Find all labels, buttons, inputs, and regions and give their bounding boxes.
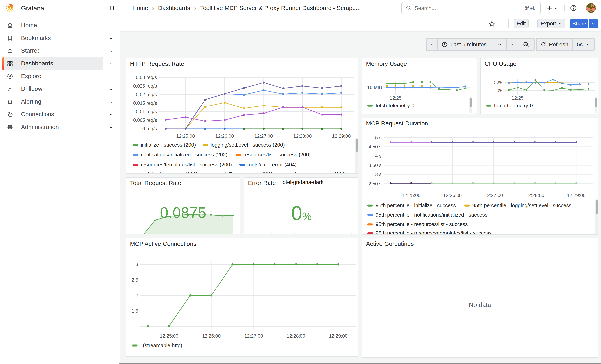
svg-text:12:25:00: 12:25:00: [160, 333, 178, 339]
svg-text:95th percentile - resources/te: 95th percentile - resources/templates/li…: [376, 230, 492, 235]
svg-text:1.5: 1.5: [131, 308, 138, 314]
svg-text:tools/call - error (404): tools/call - error (404): [247, 162, 297, 167]
svg-text:3.50 s: 3.50 s: [369, 163, 381, 168]
svg-text:12:25: 12:25: [511, 95, 523, 100]
svg-text:12:26:00: 12:26:00: [443, 193, 462, 198]
svg-text:12:25:00: 12:25:00: [176, 133, 195, 139]
svg-text:12:29:00: 12:29:00: [329, 333, 347, 339]
svg-text:12:26:00: 12:26:00: [215, 133, 234, 139]
svg-text:2.5: 2.5: [131, 277, 138, 283]
svg-text:16 MiB: 16 MiB: [367, 85, 382, 90]
svg-text:4 s: 4 s: [375, 153, 381, 158]
svg-text:0 req/s: 0 req/s: [142, 126, 157, 131]
svg-text:5 s: 5 s: [375, 135, 381, 140]
svg-text:1: 1: [136, 324, 138, 329]
svg-text:initialize - success (200): initialize - success (200): [141, 142, 196, 148]
svg-text:3 s: 3 s: [375, 172, 381, 177]
svg-text:95th percentile - resources/li: 95th percentile - resources/list - succe…: [376, 221, 468, 227]
svg-text:0.2%: 0.2%: [493, 80, 504, 85]
svg-text:notifications/initialized - su: notifications/initialized - success (202…: [141, 152, 227, 157]
svg-text:95th percentile - initialize -: 95th percentile - initialize - success: [376, 202, 456, 208]
svg-text:12:27:00: 12:27:00: [484, 193, 503, 198]
svg-text:0.01 req/s: 0.01 req/s: [136, 109, 157, 114]
svg-text:12:28:00: 12:28:00: [293, 133, 312, 139]
svg-text:fetch-telemetry-0: fetch-telemetry-0: [376, 103, 414, 108]
svg-text:2.50 s: 2.50 s: [369, 181, 381, 186]
svg-text:12:27:00: 12:27:00: [254, 133, 273, 139]
svg-text:logging/setLevel - success (20: logging/setLevel - success (200): [211, 142, 285, 148]
svg-text:resources/list - success (200): resources/list - success (200): [243, 152, 311, 157]
svg-text:0.02 req/s: 0.02 req/s: [136, 92, 157, 97]
svg-text:12:26:00: 12:26:00: [202, 333, 220, 339]
svg-text:0.025 req/s: 0.025 req/s: [133, 83, 157, 89]
svg-text:- (streamable-http): - (streamable-http): [140, 342, 182, 348]
svg-text:12:27:00: 12:27:00: [244, 333, 263, 339]
svg-text:12:25:00: 12:25:00: [402, 193, 420, 198]
svg-text:12:29:00: 12:29:00: [332, 133, 351, 139]
svg-text:0.03 req/s: 0.03 req/s: [136, 75, 157, 80]
svg-text:tools/list - success (200): tools/list - success (200): [217, 171, 273, 174]
svg-text:fetch-telemetry-0: fetch-telemetry-0: [494, 103, 533, 108]
svg-text:0.015 req/s: 0.015 req/s: [133, 100, 157, 106]
svg-text:95th percentile - logging/setL: 95th percentile - logging/setLevel - suc…: [472, 202, 571, 208]
svg-text:95th percentile - notification: 95th percentile - notifications/initiali…: [376, 212, 487, 218]
svg-text:12:29:00: 12:29:00: [567, 193, 585, 198]
svg-text:4.50 s: 4.50 s: [369, 144, 381, 149]
svg-text:tools/call - success (200): tools/call - success (200): [141, 171, 198, 174]
svg-text:unknown - success (200): unknown - success (200): [289, 171, 346, 174]
svg-text:resources/templates/list - suc: resources/templates/list - success (200): [141, 162, 232, 167]
svg-text:2: 2: [136, 293, 138, 298]
svg-text:12:25: 12:25: [390, 95, 402, 100]
svg-text:3: 3: [136, 262, 138, 267]
svg-text:12:28:00: 12:28:00: [526, 193, 544, 198]
svg-text:0.005 req/s: 0.005 req/s: [133, 118, 157, 123]
svg-text:12:28:00: 12:28:00: [287, 333, 305, 339]
svg-text:0%: 0%: [497, 88, 504, 93]
